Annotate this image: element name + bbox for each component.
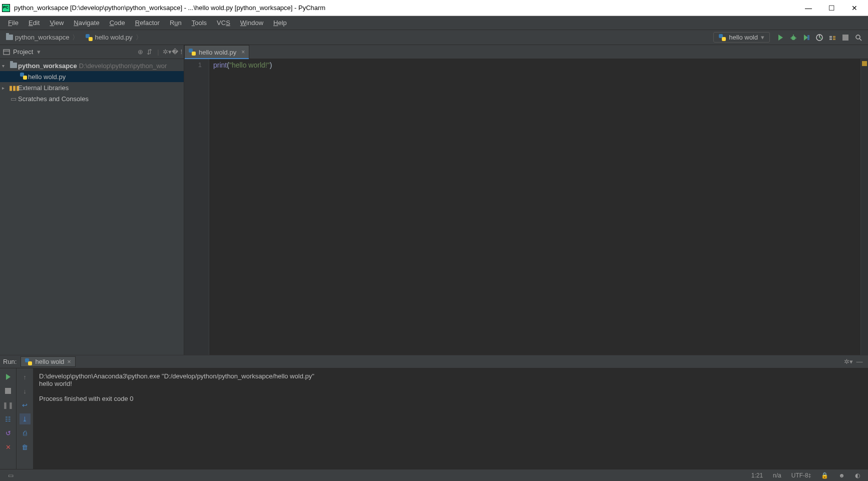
stop-button[interactable] <box>840 32 851 43</box>
run-button[interactable] <box>775 32 786 43</box>
console-line: hello world! <box>39 380 72 387</box>
console-line: D:\develop\python\Anaconda3\python.exe "… <box>39 372 314 380</box>
stop-icon <box>842 35 848 41</box>
run-tool-window: Run: hello wold × ✲▾ — ❚❚ ☷ ↺ ✕ ↑ ↓ ↩ ⤓ … <box>0 355 868 469</box>
run-console[interactable]: D:\develop\python\Anaconda3\python.exe "… <box>33 368 868 469</box>
svg-rect-8 <box>829 39 832 40</box>
up-button[interactable]: ↑ <box>20 371 31 382</box>
svg-rect-9 <box>833 36 835 37</box>
expand-all-icon[interactable]: ⇵ <box>145 48 154 56</box>
code-function: print <box>213 61 227 69</box>
window-title: python_worksapce [D:\develop\python\pyth… <box>14 4 797 12</box>
stop-button[interactable] <box>3 385 14 396</box>
code-string: "hello world!" <box>229 61 270 69</box>
navigation-toolbar: python_worksapce 〉 hello wold.py 〉 hello… <box>0 30 868 45</box>
close-button[interactable]: ✕ <box>843 0 866 16</box>
gear-icon[interactable]: ✲▾ <box>843 356 854 367</box>
project-root-node[interactable]: ▾ python_worksapce D:\develop\python\pyt… <box>0 60 184 71</box>
expand-arrow-icon: ▸ <box>2 85 9 91</box>
tool-windows-icon[interactable]: ▭ <box>8 472 14 479</box>
scroll-to-end-button[interactable]: ⤓ <box>20 413 31 424</box>
editor-tab[interactable]: hello wold.py × <box>184 45 249 59</box>
caret-position[interactable]: 1:21 <box>751 472 763 479</box>
clear-all-button[interactable]: 🗑 <box>20 441 31 452</box>
debug-button[interactable] <box>788 32 799 43</box>
external-libraries-node[interactable]: ▸ ▮▮▮ External Libraries <box>0 82 184 93</box>
code-paren-close: ) <box>270 61 272 69</box>
profile-button[interactable] <box>814 32 825 43</box>
warning-indicator-icon[interactable] <box>862 61 867 66</box>
svg-rect-6 <box>829 36 832 37</box>
menu-view[interactable]: View <box>45 17 69 29</box>
window-controls: — ☐ ✕ <box>797 0 866 16</box>
breadcrumb-root-label: python_worksapce <box>15 34 69 41</box>
project-file-node[interactable]: hello wold.py <box>0 71 184 82</box>
rerun-button[interactable] <box>3 371 14 382</box>
line-separator[interactable]: n/a <box>773 472 781 479</box>
inspections-icon[interactable]: ☻ <box>838 472 845 479</box>
editor-body[interactable]: 1 print("hello world!") <box>184 59 868 355</box>
dump-threads-button[interactable]: ☷ <box>3 413 14 424</box>
search-everywhere-button[interactable] <box>853 32 864 43</box>
editor-code[interactable]: print("hello world!") <box>209 59 861 355</box>
close-run-button[interactable]: ✕ <box>3 441 14 452</box>
scratches-label: Scratches and Consoles <box>18 95 89 103</box>
run-with-coverage-button[interactable] <box>801 32 812 43</box>
restore-layout-button[interactable]: ↺ <box>3 427 14 438</box>
scratches-node[interactable]: ▭ Scratches and Consoles <box>0 93 184 104</box>
chevron-right-icon: 〉 <box>136 33 142 42</box>
main-split: Project ▾ ⊕ ⇵ | ✲▾ �！ ▾ python_worksapce… <box>0 45 868 355</box>
locate-icon[interactable]: ⊕ <box>136 48 145 56</box>
run-configuration-selector[interactable]: hello wold ▾ <box>713 32 770 43</box>
memory-indicator-icon[interactable]: ◐ <box>855 472 860 479</box>
run-left-toolbar: ❚❚ ☷ ↺ ✕ <box>0 368 16 469</box>
editor-gutter: 1 <box>184 59 209 355</box>
menu-navigate[interactable]: Navigate <box>69 17 104 29</box>
minimize-button[interactable]: — <box>797 0 820 16</box>
menu-run[interactable]: Run <box>165 17 187 29</box>
menu-window[interactable]: Window <box>235 17 268 29</box>
hide-icon[interactable]: �！ <box>172 48 181 57</box>
svg-rect-7 <box>829 38 832 39</box>
soft-wrap-button[interactable]: ↩ <box>20 399 31 410</box>
file-encoding[interactable]: UTF-8‡ <box>791 472 811 479</box>
attach-process-button[interactable] <box>827 32 838 43</box>
pause-button[interactable]: ❚❚ <box>3 399 14 410</box>
run-tab[interactable]: hello wold × <box>21 356 75 367</box>
python-icon <box>25 358 32 365</box>
run-left-toolbar-2: ↑ ↓ ↩ ⤓ ⎙ 🗑 <box>16 368 33 469</box>
gear-icon[interactable]: ✲▾ <box>163 48 172 56</box>
menu-edit[interactable]: Edit <box>24 17 45 29</box>
divider: | <box>154 48 163 56</box>
close-tab-icon[interactable]: × <box>241 49 245 56</box>
project-tool-window: Project ▾ ⊕ ⇵ | ✲▾ �！ ▾ python_worksapce… <box>0 45 184 355</box>
hide-icon[interactable]: — <box>854 356 865 367</box>
menu-tools[interactable]: Tools <box>187 17 212 29</box>
menu-refactor[interactable]: Refactor <box>130 17 165 29</box>
menu-code[interactable]: Code <box>105 17 130 29</box>
menu-vcs[interactable]: VCS <box>212 17 235 29</box>
breadcrumb-root[interactable]: python_worksapce 〉 <box>3 32 83 43</box>
project-root-path: D:\develop\python\python_wor <box>79 62 167 70</box>
python-file-icon <box>20 73 27 80</box>
down-button[interactable]: ↓ <box>20 385 31 396</box>
svg-rect-4 <box>807 35 809 40</box>
close-tab-icon[interactable]: × <box>67 358 71 365</box>
maximize-button[interactable]: ☐ <box>820 0 843 16</box>
editor-tab-label: hello wold.py <box>199 49 236 56</box>
scratches-icon: ▭ <box>9 95 18 103</box>
editor-tab-bar: hello wold.py × <box>184 45 868 59</box>
breadcrumb-file[interactable]: hello wold.py 〉 <box>83 32 146 43</box>
status-bar: ▭ 1:21 n/a UTF-8‡ 🔒 ☻ ◐ <box>0 469 868 481</box>
folder-icon <box>6 35 13 40</box>
pycharm-app-icon <box>2 4 10 12</box>
run-config-label: hello wold <box>729 34 758 41</box>
project-header-title[interactable]: Project ▾ <box>3 48 41 56</box>
project-header: Project ▾ ⊕ ⇵ | ✲▾ �！ <box>0 45 184 59</box>
lock-icon[interactable]: 🔒 <box>821 472 828 479</box>
project-tree[interactable]: ▾ python_worksapce D:\develop\python\pyt… <box>0 59 184 355</box>
print-button[interactable]: ⎙ <box>20 427 31 438</box>
menu-file[interactable]: File <box>3 17 24 29</box>
menu-help[interactable]: Help <box>268 17 292 29</box>
folder-icon <box>10 63 17 68</box>
